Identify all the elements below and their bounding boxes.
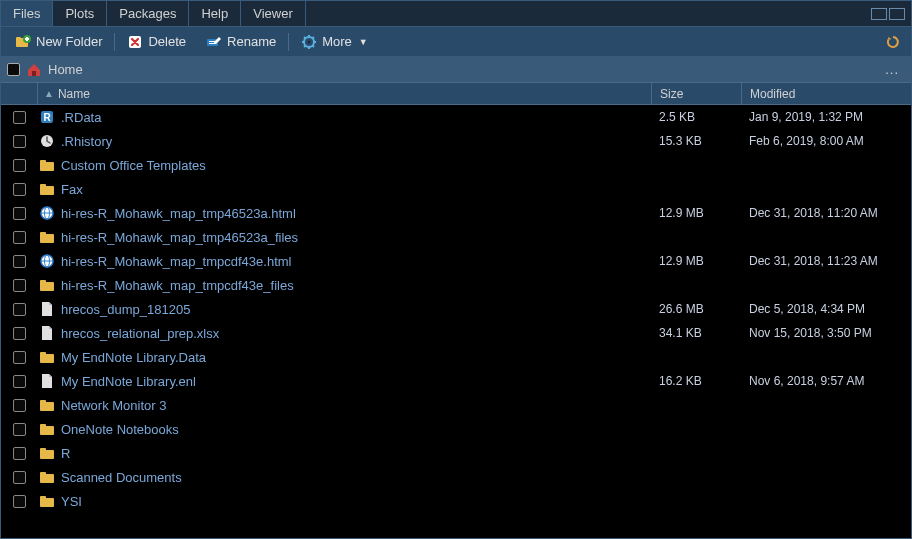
rename-label: Rename <box>227 34 276 49</box>
breadcrumb-home[interactable]: Home <box>48 62 83 77</box>
row-checkbox[interactable] <box>13 351 26 364</box>
delete-icon <box>127 34 143 50</box>
file-name[interactable]: hrecos_dump_181205 <box>57 302 651 317</box>
svg-line-18 <box>313 37 315 39</box>
file-name[interactable]: My EndNote Library.enl <box>57 374 651 389</box>
separator <box>114 33 115 51</box>
file-modified: Dec 31, 2018, 11:20 AM <box>741 206 911 220</box>
header-size[interactable]: Size <box>651 83 741 104</box>
table-row: Scanned Documents <box>1 465 911 489</box>
row-checkbox[interactable] <box>13 111 26 124</box>
delete-label: Delete <box>148 34 186 49</box>
svg-point-10 <box>308 40 311 43</box>
more-button[interactable]: More ▼ <box>293 31 376 53</box>
file-name[interactable]: hi-res-R_Mohawk_map_tmpcdf43e.html <box>57 254 651 269</box>
tab-viewer[interactable]: Viewer <box>241 1 306 26</box>
file-size: 12.9 MB <box>651 254 741 268</box>
delete-button[interactable]: Delete <box>119 31 194 53</box>
table-row: .Rhistory15.3 KBFeb 6, 2019, 8:00 AM <box>1 129 911 153</box>
svg-text:R: R <box>43 112 51 123</box>
file-icon <box>37 373 57 389</box>
rename-button[interactable]: Rename <box>198 31 284 53</box>
svg-rect-26 <box>40 184 46 188</box>
file-name[interactable]: Network Monitor 3 <box>57 398 651 413</box>
file-name[interactable]: OneNote Notebooks <box>57 422 651 437</box>
file-name[interactable]: .Rhistory <box>57 134 651 149</box>
minimize-button[interactable] <box>871 8 887 20</box>
row-checkbox[interactable] <box>13 279 26 292</box>
header-name[interactable]: ▲ Name <box>37 83 651 104</box>
row-checkbox[interactable] <box>13 375 26 388</box>
row-checkbox[interactable] <box>13 495 26 508</box>
row-checkbox[interactable] <box>13 159 26 172</box>
svg-rect-32 <box>40 232 46 236</box>
tab-help[interactable]: Help <box>189 1 241 26</box>
file-name[interactable]: YSI <box>57 494 651 509</box>
table-header: ▲ Name Size Modified <box>1 83 911 105</box>
file-name[interactable]: Scanned Documents <box>57 470 651 485</box>
file-name[interactable]: Fax <box>57 182 651 197</box>
file-name[interactable]: hi-res-R_Mohawk_map_tmpcdf43e_files <box>57 278 651 293</box>
maximize-button[interactable] <box>889 8 905 20</box>
file-modified: Jan 9, 2019, 1:32 PM <box>741 110 911 124</box>
table-row: Custom Office Templates <box>1 153 911 177</box>
file-name[interactable]: .RData <box>57 110 651 125</box>
tab-plots[interactable]: Plots <box>53 1 107 26</box>
row-checkbox[interactable] <box>13 327 26 340</box>
svg-line-16 <box>313 45 315 47</box>
row-checkbox[interactable] <box>13 207 26 220</box>
file-modified: Nov 15, 2018, 3:50 PM <box>741 326 911 340</box>
svg-rect-40 <box>40 352 46 356</box>
separator <box>288 33 289 51</box>
home-icon[interactable] <box>26 62 42 78</box>
table-row: hi-res-R_Mohawk_map_tmpcdf43e.html12.9 M… <box>1 249 911 273</box>
file-modified: Dec 5, 2018, 4:34 PM <box>741 302 911 316</box>
table-row: My EndNote Library.enl16.2 KBNov 6, 2018… <box>1 369 911 393</box>
row-checkbox[interactable] <box>13 255 26 268</box>
tab-packages[interactable]: Packages <box>107 1 189 26</box>
row-checkbox[interactable] <box>13 423 26 436</box>
new-folder-label: New Folder <box>36 34 102 49</box>
row-checkbox[interactable] <box>13 231 26 244</box>
file-name[interactable]: My EndNote Library.Data <box>57 350 651 365</box>
row-checkbox[interactable] <box>13 447 26 460</box>
window-controls <box>871 1 911 26</box>
row-checkbox[interactable] <box>13 303 26 316</box>
row-checkbox[interactable] <box>13 135 26 148</box>
file-size: 26.6 MB <box>651 302 741 316</box>
svg-rect-8 <box>209 43 214 44</box>
svg-rect-42 <box>40 400 46 404</box>
file-name[interactable]: hi-res-R_Mohawk_map_tmp46523a_files <box>57 230 651 245</box>
file-size: 16.2 KB <box>651 374 741 388</box>
folder-icon <box>37 229 57 245</box>
row-checkbox[interactable] <box>13 399 26 412</box>
row-checkbox[interactable] <box>13 471 26 484</box>
html-file-icon <box>37 205 57 221</box>
file-name[interactable]: Custom Office Templates <box>57 158 651 173</box>
folder-icon <box>37 493 57 509</box>
folder-icon <box>37 181 57 197</box>
file-size: 15.3 KB <box>651 134 741 148</box>
svg-rect-46 <box>40 448 46 452</box>
tab-files[interactable]: Files <box>1 1 53 26</box>
sort-asc-icon: ▲ <box>44 88 54 99</box>
svg-line-17 <box>304 45 306 47</box>
rdata-file-icon: R <box>37 109 57 125</box>
dropdown-caret-icon: ▼ <box>359 37 368 47</box>
select-all-checkbox[interactable] <box>7 63 20 76</box>
refresh-icon <box>885 34 901 50</box>
file-size: 34.1 KB <box>651 326 741 340</box>
breadcrumb-more-button[interactable]: ... <box>879 62 905 77</box>
table-row: hi-res-R_Mohawk_map_tmp46523a.html12.9 M… <box>1 201 911 225</box>
refresh-button[interactable] <box>881 31 905 53</box>
folder-icon <box>37 277 57 293</box>
row-checkbox[interactable] <box>13 183 26 196</box>
table-row: hi-res-R_Mohawk_map_tmpcdf43e_files <box>1 273 911 297</box>
header-modified[interactable]: Modified <box>741 83 911 104</box>
new-folder-button[interactable]: New Folder <box>7 31 110 53</box>
file-name[interactable]: R <box>57 446 651 461</box>
more-label: More <box>322 34 352 49</box>
rename-icon <box>206 34 222 50</box>
file-name[interactable]: hi-res-R_Mohawk_map_tmp46523a.html <box>57 206 651 221</box>
file-name[interactable]: hrecos_relational_prep.xlsx <box>57 326 651 341</box>
